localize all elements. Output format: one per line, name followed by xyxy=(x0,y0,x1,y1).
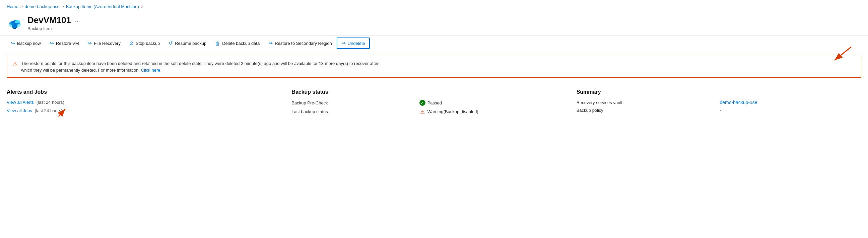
restore-secondary-label: Restore to Secondary Region xyxy=(275,41,332,46)
stop-backup-button[interactable]: ⊘ Stop backup xyxy=(125,38,164,48)
delete-backup-label: Delete backup data xyxy=(222,41,260,46)
svg-point-3 xyxy=(15,20,20,24)
breadcrumb-home[interactable]: Home xyxy=(7,4,19,9)
alerts-jobs-section: Alerts and Jobs View all Alerts (last 24… xyxy=(7,89,291,116)
undelete-label: Undelete xyxy=(348,41,365,46)
header-text-block: DevVM101 ... Backup Item xyxy=(28,14,82,31)
jobs-suffix: (last 24 hours) xyxy=(35,108,63,113)
alert-text-part2: which they will be permanently deleted. … xyxy=(21,68,140,73)
resume-backup-label: Resume backup xyxy=(175,41,206,46)
recovery-vault-label: Recovery services vault xyxy=(577,100,713,105)
view-all-alerts-row: View all Alerts (last 24 hours) xyxy=(7,100,278,105)
restore-vm-label: Restore VM xyxy=(56,41,79,46)
restore-vm-icon: ↩ xyxy=(50,40,54,46)
file-recovery-icon: ↩ xyxy=(87,40,92,46)
alert-text-part1: The restore points for this backup item … xyxy=(21,61,378,66)
breadcrumb-backup-items[interactable]: Backup Items (Azure Virtual Machine) xyxy=(66,4,139,9)
delete-backup-button[interactable]: 🗑 Delete backup data xyxy=(211,38,264,48)
undelete-button[interactable]: ↩ Undelete xyxy=(337,37,370,49)
backup-precheck-status: ✓ Passed xyxy=(420,100,563,106)
restore-vm-button[interactable]: ↩ Restore VM xyxy=(45,38,83,48)
restore-secondary-button[interactable]: ↩ Restore to Secondary Region xyxy=(264,38,336,48)
alerts-suffix: (last 24 hours) xyxy=(36,100,64,105)
breadcrumb: Home > demo-backup-use > Backup Items (A… xyxy=(0,0,868,12)
page-title: DevVM101 xyxy=(28,15,71,26)
last-backup-value: Warning(Backup disabled) xyxy=(428,109,478,114)
backup-now-button[interactable]: ↩ Backup now xyxy=(7,38,45,48)
page-header: DevVM101 ... Backup Item xyxy=(0,12,868,35)
recovery-vault-value[interactable]: demo-backup-use xyxy=(720,100,848,105)
backup-now-icon: ↩ xyxy=(11,40,15,46)
backup-precheck-label: Backup Pre-Check xyxy=(291,100,412,105)
last-backup-label: Last backup status xyxy=(291,109,412,114)
backup-status-title: Backup status xyxy=(291,89,563,95)
backup-status-section: Backup status Backup Pre-Check ✓ Passed … xyxy=(291,89,576,116)
summary-section: Summary Recovery services vault demo-bac… xyxy=(577,89,861,116)
warning-triangle-icon: ⚠ xyxy=(420,108,426,114)
view-all-jobs-row: View all Jobs (last 24 hours) xyxy=(7,108,278,113)
resume-backup-button[interactable]: ↺ Resume backup xyxy=(164,38,210,48)
file-recovery-button[interactable]: ↩ File Recovery xyxy=(84,38,124,48)
view-all-alerts-link[interactable]: View all Alerts xyxy=(7,100,34,105)
delete-backup-icon: 🗑 xyxy=(215,40,220,46)
passed-check-icon: ✓ xyxy=(420,100,426,106)
backup-policy-value: - xyxy=(720,108,848,113)
breadcrumb-demo-backup[interactable]: demo-backup-use xyxy=(25,4,60,9)
view-all-jobs-link[interactable]: View all Jobs xyxy=(7,108,32,113)
stop-backup-label: Stop backup xyxy=(136,41,160,46)
breadcrumb-sep-3: > xyxy=(141,4,144,9)
summary-title: Summary xyxy=(577,89,848,95)
page-subtitle: Backup Item xyxy=(28,26,82,31)
restore-secondary-icon: ↩ xyxy=(268,40,273,46)
alerts-jobs-title: Alerts and Jobs xyxy=(7,89,278,95)
toolbar: ↩ Backup now ↩ Restore VM ↩ File Recover… xyxy=(0,35,868,51)
alert-banner: ⚠ The restore points for this backup ite… xyxy=(7,56,861,78)
breadcrumb-sep-1: > xyxy=(21,4,23,9)
stop-backup-icon: ⊘ xyxy=(129,40,134,46)
alert-click-here-link[interactable]: Click here. xyxy=(141,68,161,73)
last-backup-status: ⚠ Warning(Backup disabled) xyxy=(420,108,563,114)
undelete-icon: ↩ xyxy=(341,40,346,46)
svg-rect-4 xyxy=(12,25,18,28)
alert-warning-icon: ⚠ xyxy=(12,61,18,68)
content-grid: Alerts and Jobs View all Alerts (last 24… xyxy=(0,82,868,116)
vm-icon xyxy=(7,14,23,30)
file-recovery-label: File Recovery xyxy=(94,41,120,46)
backup-policy-label: Backup policy xyxy=(577,108,713,113)
passed-label: Passed xyxy=(428,100,442,105)
resume-backup-icon: ↺ xyxy=(168,40,173,46)
svg-rect-5 xyxy=(13,28,16,29)
breadcrumb-sep-2: > xyxy=(62,4,64,9)
more-options-icon[interactable]: ... xyxy=(74,17,82,24)
alert-text: The restore points for this backup item … xyxy=(21,60,378,73)
backup-now-label: Backup now xyxy=(17,41,41,46)
